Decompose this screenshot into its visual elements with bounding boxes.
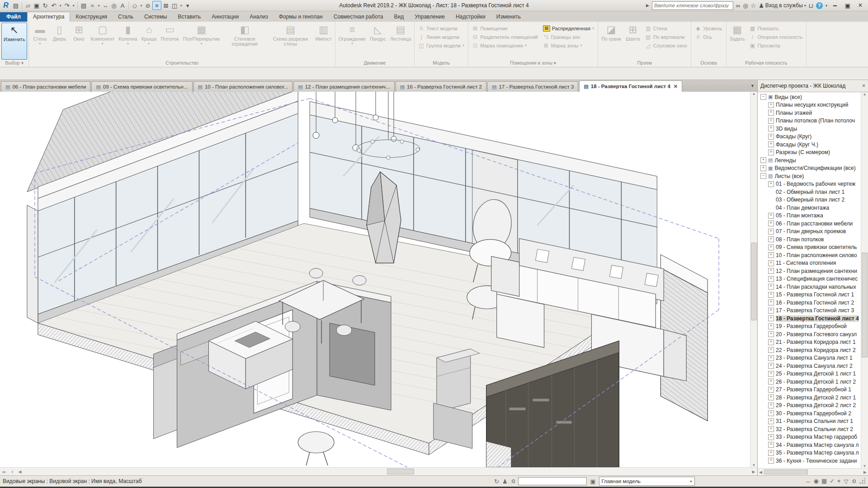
- close-button[interactable]: ×: [855, 1, 865, 9]
- worksets-person-icon[interactable]: ♟: [502, 478, 508, 485]
- canvas-vscroll-thumb[interactable]: [751, 243, 757, 320]
- ribbon-button-Текст модели[interactable]: AТекст модели: [417, 24, 466, 33]
- tree-item[interactable]: +23 - Развертка Санузла лист 1: [758, 354, 861, 362]
- ribbon-tab-Файл[interactable]: Файл: [0, 12, 27, 22]
- panel-label-Помещения и зоны[interactable]: Помещения и зоны ▾: [470, 60, 596, 67]
- tree-item[interactable]: +09 - Схема привязки осветитель: [758, 244, 861, 252]
- tree-item[interactable]: +Разрезы (С номером): [758, 149, 861, 157]
- tree-item[interactable]: +16 - Развертка Гостиной лист 2: [758, 299, 861, 307]
- drawing-area[interactable]: ▲ ▼: [0, 92, 757, 467]
- canvas-horizontal-scrollbar[interactable]: ∞ ♀ ◀ ▶: [0, 467, 757, 475]
- panel-label-Строительство[interactable]: Строительство: [30, 60, 333, 67]
- tree-item[interactable]: +21 - Развертка Коридора лист 1: [758, 338, 861, 347]
- ribbon-button-Линия модели[interactable]: ∫Линия модели: [417, 33, 466, 41]
- ribbon-button-Помещение[interactable]: ⊠Помещение: [471, 24, 539, 33]
- tree-item[interactable]: +28 - Развертка Детской 2 лист 1: [758, 394, 861, 402]
- tree-item[interactable]: +18 - Развертка Гостиной лист 4: [758, 314, 861, 323]
- tree-item[interactable]: 04 - План демонтажа: [758, 204, 861, 212]
- tree-item[interactable]: +36 - Кухня - Техническое задани: [758, 457, 861, 465]
- design-options-icon[interactable]: ▣: [590, 478, 595, 485]
- panel-label-Выбор[interactable]: Выбор ▾: [1, 60, 27, 67]
- canvas-hscroll-track[interactable]: [24, 468, 750, 475]
- default-3d-view-icon[interactable]: ◇: [131, 1, 139, 9]
- tree-item[interactable]: +11 - Система отопления: [758, 259, 861, 267]
- expand-icon[interactable]: +: [768, 118, 774, 124]
- expand-icon[interactable]: +: [768, 347, 774, 353]
- ribbon-button-Разделитель помещений[interactable]: ⊟Разделитель помещений: [471, 33, 539, 41]
- view-tab-06 - План расстановки мебели[interactable]: ▤06 - План расстановки мебели: [1, 81, 90, 92]
- switch-windows-caret-icon[interactable]: ▾: [179, 1, 183, 9]
- browser-scroll-left-icon[interactable]: ◀: [758, 470, 762, 474]
- expand-icon[interactable]: +: [768, 331, 774, 337]
- reveal-hidden-lightbulb-icon[interactable]: ♀: [8, 469, 16, 474]
- expand-icon[interactable]: +: [768, 371, 774, 377]
- expand-icon[interactable]: +: [768, 236, 774, 242]
- expand-icon[interactable]: +: [768, 221, 774, 226]
- ribbon-button-Схема разрезки стены[interactable]: ▤Схема разрезки стены: [268, 23, 313, 60]
- view-tab-18 - Развертка Гостиной лист 4[interactable]: ▤18 - Развертка Гостиной лист 4✕: [579, 80, 682, 92]
- expand-icon[interactable]: +: [768, 150, 774, 155]
- drag-on-selection-icon[interactable]: ⌖: [837, 478, 840, 485]
- sync-icon[interactable]: ↻: [41, 1, 49, 9]
- ribbon-button-Пандус[interactable]: ◺Пандус: [368, 23, 388, 60]
- ribbon-tab-Управление[interactable]: Управление: [409, 12, 450, 22]
- tree-item[interactable]: +30 - Развертка Гардеробной 2: [758, 409, 861, 418]
- expand-icon[interactable]: +: [768, 260, 774, 266]
- view-tab-17 - Развертка Гостиной лист 3[interactable]: ▤17 - Развертка Гостиной лист 3: [487, 81, 578, 92]
- tree-item[interactable]: +▤Легенды: [758, 156, 861, 164]
- expand-icon[interactable]: +: [768, 126, 774, 131]
- browser-scroll-right-icon[interactable]: ▶: [863, 470, 868, 474]
- redo-caret-icon[interactable]: ▾: [71, 1, 75, 9]
- undo-icon[interactable]: ↶: [50, 1, 58, 9]
- communication-center-icon[interactable]: ◎: [743, 2, 748, 9]
- expand-icon[interactable]: +: [768, 458, 774, 464]
- open-icon[interactable]: ▱: [24, 1, 32, 9]
- tree-item[interactable]: +22 - Развертка Коридора лист 2: [758, 346, 861, 354]
- save-icon[interactable]: ▣: [33, 1, 41, 9]
- expand-icon[interactable]: +: [768, 268, 774, 274]
- expand-icon[interactable]: +: [768, 181, 774, 187]
- expand-icon[interactable]: +: [768, 339, 774, 345]
- tree-item[interactable]: 02 - Обмерный план лист 1: [758, 188, 861, 196]
- tree-item[interactable]: +19 - Развертка Гардеробной: [758, 323, 861, 331]
- ribbon-tab-Надстройки[interactable]: Надстройки: [450, 12, 491, 22]
- tree-item[interactable]: +Фасады (Круг Ч.): [758, 141, 861, 149]
- ribbon-button-Стена[interactable]: ▬Стена▾: [30, 23, 49, 60]
- ribbon-button-Границы зон[interactable]: ◹Границы зон: [542, 33, 596, 41]
- expand-icon[interactable]: +: [768, 442, 774, 448]
- view-tab-09 - Схема привязки осветительн...[interactable]: ▤09 - Схема привязки осветительн...: [91, 81, 192, 92]
- redo-icon[interactable]: ↷: [63, 1, 71, 9]
- expand-icon[interactable]: +: [768, 434, 774, 440]
- panel-label-Проем[interactable]: Проем: [599, 60, 689, 67]
- aligned-dimension-icon[interactable]: ↔: [101, 1, 109, 9]
- expand-icon[interactable]: +: [768, 300, 774, 305]
- ribbon-button-Марка зоны[interactable]: ⊠Марка зоны▾: [542, 41, 596, 50]
- expand-icon[interactable]: +: [768, 355, 774, 361]
- search-flyout-arrow-icon[interactable]: ▶: [646, 3, 649, 8]
- ribbon-tab-Сталь[interactable]: Сталь: [113, 12, 139, 22]
- expand-icon[interactable]: +: [768, 141, 774, 147]
- tree-item[interactable]: +35 - Развертка Мастер санузла л: [758, 449, 861, 457]
- browser-hscroll-thumb[interactable]: [764, 469, 808, 474]
- tree-item[interactable]: +33 - Развертка Мастер гардероб: [758, 433, 861, 441]
- resize-grip[interactable]: [859, 478, 865, 484]
- view-tab-16 - Развертка Гостиной лист 2[interactable]: ▤16 - Развертка Гостиной лист 2: [396, 81, 486, 92]
- project-browser-close-icon[interactable]: ×: [862, 83, 865, 89]
- ribbon-button-Слуховое окно[interactable]: ◿Слуховое окно: [644, 41, 689, 50]
- view-tab-12 - План размещения сантехнич...[interactable]: ▤12 - План размещения сантехнич...: [293, 81, 394, 92]
- tab-close-icon[interactable]: ✕: [674, 84, 678, 89]
- expand-icon[interactable]: +: [768, 394, 774, 400]
- expand-icon[interactable]: +: [768, 426, 774, 432]
- text-icon[interactable]: A: [118, 1, 127, 9]
- expand-icon[interactable]: +: [768, 110, 774, 116]
- restore-button[interactable]: ▣: [843, 2, 853, 9]
- collapse-icon[interactable]: −: [760, 94, 766, 100]
- select-underlay-icon[interactable]: ◉: [814, 478, 819, 485]
- select-pinned-icon[interactable]: ▦: [821, 478, 827, 485]
- tree-item[interactable]: +01 - Ведомость рабочих чертеж: [758, 180, 861, 188]
- ribbon-button-Лестница[interactable]: ▤Лестница: [388, 23, 413, 60]
- ribbon-tab-Системы[interactable]: Системы: [139, 12, 172, 22]
- signin-button[interactable]: ♟ Вход в службы ▾: [759, 2, 806, 9]
- expand-icon[interactable]: +: [768, 379, 774, 385]
- expand-icon[interactable]: +: [768, 324, 774, 329]
